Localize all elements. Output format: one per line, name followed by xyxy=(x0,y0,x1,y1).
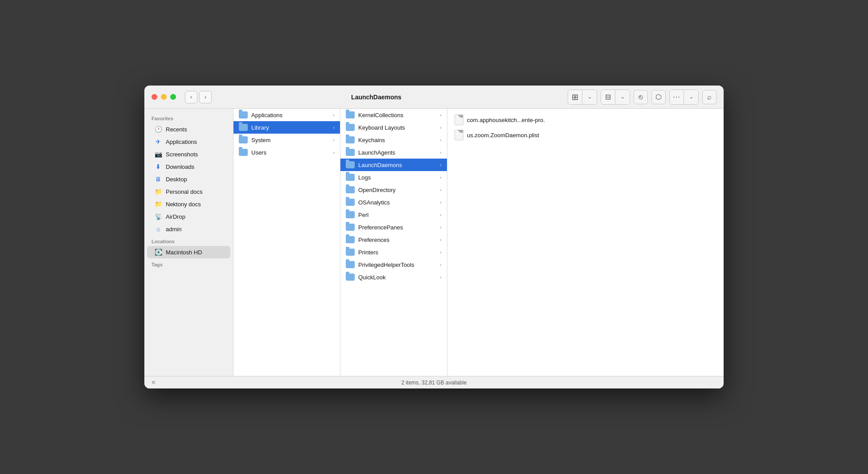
sidebar-item-label: Nektony docs xyxy=(166,201,201,208)
chevron-icon: › xyxy=(333,137,335,143)
column-item-label: Printers xyxy=(358,249,378,256)
col2-item-preferences[interactable]: Preferences › xyxy=(340,233,447,246)
col2-item-open-directory[interactable]: OpenDirectory › xyxy=(340,184,447,196)
file-icon xyxy=(454,114,463,125)
chevron-icon: › xyxy=(440,237,442,242)
column-item-label: Library xyxy=(251,124,269,131)
col1-item-users[interactable]: Users › xyxy=(233,146,340,159)
column-item-label: Preferences xyxy=(358,237,389,243)
chevron-icon: › xyxy=(440,249,442,255)
view-grid-button[interactable]: ⊟ xyxy=(601,90,615,104)
sidebar-item-label: Applications xyxy=(166,139,197,145)
view-columns-toggle[interactable]: ⌄ xyxy=(582,90,597,104)
screenshots-icon: 📷 xyxy=(154,150,162,158)
col2-item-launch-agents[interactable]: LaunchAgents › xyxy=(340,146,447,159)
folder-icon xyxy=(346,174,355,181)
folder-icon xyxy=(239,136,248,143)
chevron-icon: › xyxy=(440,274,442,280)
col2-item-keychains[interactable]: Keychains › xyxy=(340,134,447,146)
col2-item-launch-daemons[interactable]: LaunchDaemons › xyxy=(340,159,447,171)
file-item-us-zoom[interactable]: us.zoom.ZoomDaemon.plist xyxy=(447,127,724,143)
sidebar-item-macintosh-hd[interactable]: 💽 Macintosh HD xyxy=(147,246,230,258)
column-item-label: Users xyxy=(251,149,266,156)
file-item-com-apphousekitch[interactable]: com.apphousekitch...ente-pro. xyxy=(447,112,724,127)
folder-icon xyxy=(239,149,248,156)
col2-item-perl[interactable]: Perl › xyxy=(340,208,447,221)
sidebar-item-label: Recents xyxy=(166,126,187,133)
chevron-icon: › xyxy=(440,162,442,168)
col1-item-system[interactable]: System › xyxy=(233,134,340,146)
sidebar-item-screenshots[interactable]: 📷 Screenshots xyxy=(147,148,230,160)
folder-icon xyxy=(346,274,355,281)
folder-icon xyxy=(346,136,355,143)
sidebar-item-personal-docs[interactable]: 📁 Personal docs xyxy=(147,185,230,198)
chevron-icon: › xyxy=(440,137,442,143)
downloads-icon: ⬇ xyxy=(154,163,162,171)
column-item-label: PrivilegedHelperTools xyxy=(358,262,414,268)
col2-item-quick-look[interactable]: QuickLook › xyxy=(340,271,447,283)
chevron-icon: › xyxy=(440,112,442,118)
sidebar-item-airdrop[interactable]: 📡 AirDrop xyxy=(147,210,230,223)
chevron-icon: › xyxy=(440,212,442,217)
col2-item-kernel-collections[interactable]: KernelCollections › xyxy=(340,109,447,121)
sidebar-item-admin[interactable]: ⌂ admin xyxy=(147,223,230,235)
statusbar: ✕ 2 items, 32,81 GB available xyxy=(144,376,724,388)
content-area: Favorites 🕐 Recents ✈ Applications 📷 Scr… xyxy=(144,109,724,376)
column-item-label: Logs xyxy=(358,174,371,181)
sidebar-item-desktop[interactable]: 🖥 Desktop xyxy=(147,173,230,185)
col1-item-library[interactable]: Library › xyxy=(233,121,340,134)
view-grid-group: ⊟ ⌄ xyxy=(601,90,630,105)
folder-icon xyxy=(346,199,355,206)
folder-icon xyxy=(346,149,355,156)
status-close-button[interactable]: ✕ xyxy=(150,379,157,386)
more-toggle[interactable]: ⌄ xyxy=(684,90,698,104)
tag-button[interactable]: ⬡ xyxy=(651,90,666,104)
sidebar-item-label: Macintosh HD xyxy=(166,249,202,256)
folder-icon xyxy=(346,111,355,118)
column-item-label: Keychains xyxy=(358,137,385,143)
titlebar: ‹ › LaunchDaemons ⊞ ⌄ ⊟ ⌄ ⎋ ⬡ ··· ⌄ ⌕ xyxy=(144,86,724,109)
sidebar-item-downloads[interactable]: ⬇ Downloads xyxy=(147,160,230,173)
maximize-button[interactable] xyxy=(170,94,176,100)
col2-item-keyboard-layouts[interactable]: Keyboard Layouts › xyxy=(340,121,447,134)
folder-icon xyxy=(346,236,355,243)
folder-icon xyxy=(239,111,248,118)
column-1: Applications › Library › System › Users … xyxy=(233,109,340,376)
folder-icon xyxy=(346,161,355,168)
sidebar-item-label: AirDrop xyxy=(166,213,185,220)
recents-icon: 🕐 xyxy=(154,125,162,133)
sidebar-item-recents[interactable]: 🕐 Recents xyxy=(147,123,230,135)
file-item-label: us.zoom.ZoomDaemon.plist xyxy=(467,132,539,139)
favorites-label: Favorites xyxy=(144,112,233,123)
column-item-label: QuickLook xyxy=(358,274,385,281)
sidebar-item-applications[interactable]: ✈ Applications xyxy=(147,135,230,148)
close-button[interactable] xyxy=(151,94,157,100)
share-button[interactable]: ⎋ xyxy=(634,90,648,104)
more-button[interactable]: ··· xyxy=(670,90,684,104)
col2-item-logs[interactable]: Logs › xyxy=(340,171,447,184)
folder-icon xyxy=(346,124,355,131)
view-grid-toggle[interactable]: ⌄ xyxy=(615,90,630,104)
file-item-label: com.apphousekitch...ente-pro. xyxy=(467,117,545,123)
chevron-icon: › xyxy=(440,175,442,180)
col2-item-privileged-helper-tools[interactable]: PrivilegedHelperTools › xyxy=(340,258,447,271)
column-item-label: OSAnalytics xyxy=(358,199,390,206)
search-button[interactable]: ⌕ xyxy=(702,90,717,104)
minimize-button[interactable] xyxy=(161,94,167,100)
col2-item-preference-panes[interactable]: PreferencePanes › xyxy=(340,221,447,233)
window-title: LaunchDaemons xyxy=(190,94,562,101)
view-columns-button[interactable]: ⊞ xyxy=(568,90,582,104)
col2-item-os-analytics[interactable]: OSAnalytics › xyxy=(340,196,447,208)
folder-icon xyxy=(346,186,355,193)
sidebar-item-nektony-docs[interactable]: 📁 Nektony docs xyxy=(147,198,230,210)
column-item-label: Perl xyxy=(358,212,368,218)
folder-icon xyxy=(346,249,355,256)
sidebar-item-label: Personal docs xyxy=(166,188,202,195)
column-item-label: Applications xyxy=(251,112,283,118)
file-pane: com.apphousekitch...ente-pro. us.zoom.Zo… xyxy=(447,109,724,376)
sidebar: Favorites 🕐 Recents ✈ Applications 📷 Scr… xyxy=(144,109,233,376)
column-item-label: PreferencePanes xyxy=(358,224,403,231)
col2-item-printers[interactable]: Printers › xyxy=(340,246,447,258)
finder-window: ‹ › LaunchDaemons ⊞ ⌄ ⊟ ⌄ ⎋ ⬡ ··· ⌄ ⌕ Fa… xyxy=(144,86,724,388)
col1-item-applications[interactable]: Applications › xyxy=(233,109,340,121)
